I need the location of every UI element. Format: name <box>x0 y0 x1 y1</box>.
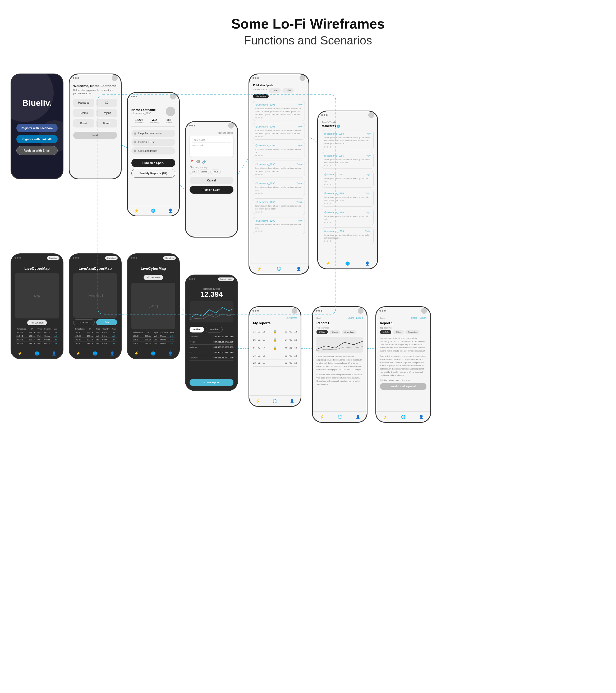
tags-label: Choose your tags: <box>189 166 233 169</box>
trending-post-4: @username_1296 Trojan lorem ipsum dolor … <box>322 190 374 206</box>
welcome-subtitle: Before starting please tell us what are … <box>73 89 117 95</box>
nav-user-icon[interactable]: 👤 <box>52 351 56 356</box>
register-linkedin-button[interactable]: Register with LinkedIn <box>16 135 57 143</box>
trend-trojan[interactable]: Trojan <box>269 88 281 93</box>
trend-china[interactable]: China <box>282 88 294 93</box>
active-tab[interactable]: Active <box>189 326 204 333</box>
nav-user-icon[interactable]: 👤 <box>290 399 294 403</box>
tag-malwares[interactable]: Malwares <box>73 99 94 107</box>
nav-bolt-icon[interactable]: ⚡ <box>383 415 388 419</box>
nav-bolt-icon[interactable]: ⚡ <box>257 266 262 271</box>
info-icon[interactable]: i <box>337 124 340 128</box>
nav-user-icon[interactable]: 👤 <box>110 351 115 356</box>
nav-globe-icon[interactable]: 🌐 <box>345 261 350 265</box>
inactive-tab[interactable]: Inactive <box>206 326 223 333</box>
menu-get-recognized[interactable]: Get Recognized <box>131 147 175 155</box>
welcome-content: Welcome, Name Lastname Before starting p… <box>69 82 121 179</box>
nav-bolt-icon[interactable]: ⚡ <box>18 351 22 356</box>
tag-trojans[interactable]: Trojans <box>96 109 117 117</box>
link-icon[interactable]: 🔗 <box>202 159 206 164</box>
export-button[interactable]: Export <box>356 317 363 319</box>
cancel-button[interactable]: Cancel <box>189 177 233 184</box>
tag-fraud[interactable]: Fraud <box>96 119 117 127</box>
sandbox-screen: Back to Map Total SandBoxes 12.394 Activ… <box>186 275 237 390</box>
tag-fraud[interactable]: Fraud <box>210 170 221 174</box>
report-item-5[interactable]: 23 - 02 - 18 23 - 02 - 18 <box>253 359 297 367</box>
nav-bolt-icon[interactable]: ⚡ <box>134 209 139 213</box>
location-icon[interactable]: 📍 <box>189 159 194 164</box>
spark-post-2: @username_1296 Trojan lorem ipsum dolor … <box>253 123 305 140</box>
export-button-b[interactable]: Export <box>419 317 427 319</box>
country-china-b[interactable]: China <box>393 330 404 334</box>
map1-screen: Sandbox LiveCyberMap [ Map ] Pin Locatio… <box>12 254 63 358</box>
nav-globe-icon[interactable]: 🌐 <box>401 415 406 419</box>
nav-globe-icon[interactable]: 🌐 <box>151 351 156 356</box>
nav-bolt-icon[interactable]: ⚡ <box>326 261 330 265</box>
back-to-map-badge[interactable]: Back to Map <box>218 277 234 281</box>
register-facebook-button[interactable]: Register with Facebook <box>16 124 57 132</box>
back-label[interactable]: Back <box>316 317 321 319</box>
nav-user-icon[interactable]: 👤 <box>355 415 360 419</box>
nav-user-icon[interactable]: 👤 <box>168 351 173 356</box>
back-label-b[interactable]: Back <box>380 317 385 319</box>
nav-globe-icon[interactable]: 🌐 <box>93 351 97 356</box>
nav-globe-icon[interactable]: 🌐 <box>272 399 277 403</box>
report-item-1[interactable]: 03 - 02 - 18 🔒 23 - 02 - 18 <box>253 328 297 336</box>
publish-spark-button[interactable]: Publish Spark <box>189 186 233 194</box>
pin-location-button[interactable]: Pin Location <box>27 320 47 325</box>
map2-screen: Sandbox LiveAsiaCyberMap [ Asia Map ] Gl… <box>69 254 121 358</box>
nav-bolt-icon[interactable]: ⚡ <box>134 351 139 356</box>
report-item-4[interactable]: 23 - 02 - 18 23 - 02 - 18 <box>253 352 297 359</box>
compose-title-field[interactable]: Tittle here <box>192 138 231 143</box>
compose-body-field[interactable]: Your spark <box>192 144 231 147</box>
register-email-button[interactable]: Register with Email <box>16 146 57 155</box>
nav-user-icon[interactable]: 👤 <box>419 415 424 419</box>
tag-bonet[interactable]: Bonet <box>73 119 94 127</box>
asia-button[interactable]: Asia <box>96 319 117 325</box>
tag-c2[interactable]: C2 <box>189 170 197 174</box>
trend-malwares[interactable]: Malwares <box>253 94 269 98</box>
nav-user-icon[interactable]: 👤 <box>296 266 301 271</box>
report-item-3[interactable]: 11 - 04 - 18 🔒 23 - 04 - 18 <box>253 344 297 352</box>
save-count: 23K Users have saved this report <box>380 379 427 381</box>
report-item-2[interactable]: 16 - 03 - 18 🔒 24 - 03 - 18 <box>253 336 297 344</box>
map2-content: LiveAsiaCyberMap [ Asia Map ] Globe Map … <box>69 262 121 348</box>
table-row: 10.0.0.1189.1.xMalMexicoLink <box>132 342 175 345</box>
menu-help-community[interactable]: Help the community <box>131 130 175 137</box>
compose-box: Tittle here Your spark <box>189 136 233 157</box>
country-argentina-b[interactable]: Argentina <box>405 330 419 334</box>
pin-location-button[interactable]: Pin Location <box>144 275 163 280</box>
tag-scams[interactable]: Scams <box>73 109 94 117</box>
back-to-profile-link[interactable]: Back to profile <box>189 132 233 134</box>
tag-c2[interactable]: C2 <box>96 99 117 107</box>
back-profile-link[interactable]: Back profile <box>286 317 297 319</box>
next-button[interactable]: Next <box>73 132 117 139</box>
image-icon[interactable]: 🖼 <box>196 159 200 164</box>
nav-globe-icon[interactable]: 🌐 <box>276 266 281 271</box>
discuss-button[interactable]: See discussion pannel <box>380 383 427 390</box>
nav-bolt-icon[interactable]: ⚡ <box>256 399 260 403</box>
country-china[interactable]: China <box>329 330 340 334</box>
nav-bolt-icon[interactable]: ⚡ <box>76 351 80 356</box>
nav-user-icon[interactable]: 👤 <box>168 209 173 213</box>
sandbox-row-3: Malware 384.566.55.5787.789 <box>189 345 233 350</box>
tag-options: C2 Scams Fraud <box>189 170 233 174</box>
country-argentina[interactable]: Argentina <box>342 330 356 334</box>
share-button[interactable]: Share <box>348 317 354 319</box>
brand-logo: Blueliv. <box>22 98 52 108</box>
create-report-button[interactable]: Create report <box>189 379 233 386</box>
nav-user-icon[interactable]: 👤 <box>365 261 370 265</box>
report-title: Report 1 <box>316 321 363 325</box>
nav-bolt-icon[interactable]: ⚡ <box>320 415 324 419</box>
see-reports-button[interactable]: See My Reports (82) <box>131 169 175 178</box>
country-usa[interactable]: U.S.A. <box>316 330 328 334</box>
globe-map-button[interactable]: Globe Map <box>73 319 95 325</box>
share-button-b[interactable]: Share <box>411 317 417 319</box>
nav-globe-icon[interactable]: 🌐 <box>337 415 342 419</box>
nav-globe-icon[interactable]: 🌐 <box>35 351 39 356</box>
menu-publish-iocs[interactable]: Publish IOCs <box>131 139 175 146</box>
country-usa-b[interactable]: U.S.A. <box>380 330 391 334</box>
publish-spark-button[interactable]: Publish a Spark <box>131 159 175 167</box>
tag-scams[interactable]: Scams <box>198 170 209 174</box>
nav-globe-icon[interactable]: 🌐 <box>151 209 156 213</box>
